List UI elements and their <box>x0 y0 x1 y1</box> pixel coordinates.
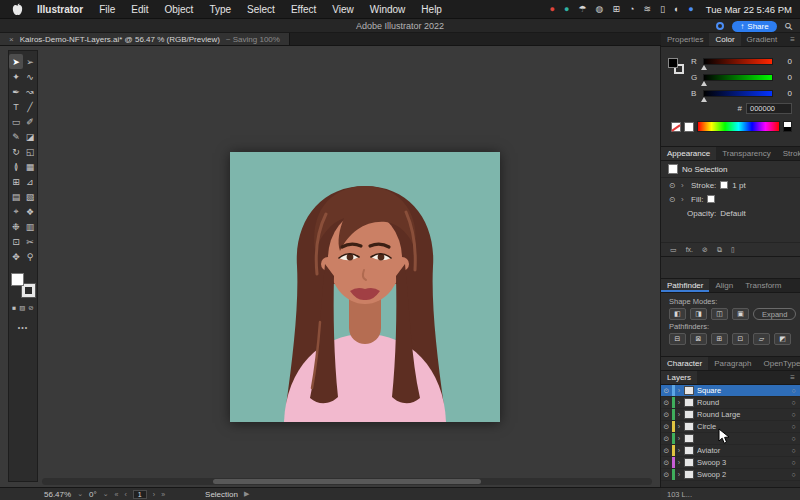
direct-selection-tool[interactable]: ➢ <box>23 54 37 69</box>
target-icon[interactable]: ○ <box>787 435 800 442</box>
menu-window[interactable]: Window <box>362 4 414 15</box>
canvas-area[interactable] <box>0 46 661 487</box>
layer-row-round-large[interactable]: ⊙›Round Large○ <box>661 409 800 421</box>
menu-object[interactable]: Object <box>156 4 201 15</box>
rotate-tool[interactable]: ↻ <box>9 144 23 159</box>
menu-type[interactable]: Type <box>201 4 239 15</box>
expand-icon[interactable]: › <box>675 399 683 406</box>
minus-front-button[interactable]: ◨ <box>690 308 707 320</box>
visibility-icon[interactable]: ⊙ <box>661 423 672 431</box>
menu-effect[interactable]: Effect <box>283 4 324 15</box>
chevron-right-icon[interactable]: › <box>681 181 687 190</box>
add-stroke-icon[interactable]: ▭ <box>670 246 677 254</box>
red-slider-thumb[interactable] <box>701 65 707 70</box>
visibility-icon[interactable]: ⊙ <box>661 435 672 443</box>
curvature-tool[interactable]: ↝ <box>23 84 37 99</box>
tab-stroke[interactable]: Stroke <box>777 147 800 160</box>
siri-icon[interactable]: ● <box>688 5 693 14</box>
none-color-swatch[interactable] <box>671 122 681 132</box>
stroke-color-swatch[interactable] <box>720 181 728 189</box>
target-icon[interactable]: ○ <box>787 399 800 406</box>
gradient-swatch-icon[interactable]: ▨ <box>19 304 25 312</box>
panel-menu-icon[interactable]: ≡ <box>785 371 800 384</box>
rotation-value[interactable]: 0° <box>89 490 97 499</box>
scrollbar-thumb[interactable] <box>213 479 481 484</box>
hex-input[interactable]: 000000 <box>746 103 792 114</box>
pen-tool[interactable]: ✒ <box>9 84 23 99</box>
rectangle-tool[interactable]: ▭ <box>9 114 23 129</box>
tab-color[interactable]: Color <box>709 33 740 46</box>
intersect-button[interactable]: ◫ <box>711 308 728 320</box>
previous-artboard-icon[interactable]: ‹ <box>124 491 126 498</box>
pencil-tool[interactable]: ✎ <box>9 129 23 144</box>
layer-row-swoop-3[interactable]: ⊙›Swoop 3○ <box>661 457 800 469</box>
blue-value[interactable]: 0 <box>778 89 792 98</box>
fill-stroke-control[interactable] <box>11 273 35 297</box>
zoom-level[interactable]: 56.47% <box>44 490 71 499</box>
visibility-icon[interactable]: ⊙ <box>661 447 672 455</box>
blue-slider[interactable] <box>703 90 773 97</box>
wifi-icon[interactable]: ≋ <box>643 5 651 14</box>
chevron-right-icon[interactable]: › <box>681 195 687 204</box>
fill-swatch[interactable] <box>11 273 24 286</box>
moon-icon[interactable]: ◔ <box>629 5 634 14</box>
width-tool[interactable]: ≬ <box>9 159 23 174</box>
color-swatch-icon[interactable]: ■ <box>12 304 16 312</box>
divide-button[interactable]: ⊟ <box>669 333 686 345</box>
close-tab-icon[interactable]: × <box>9 35 14 44</box>
visibility-icon[interactable]: ⊙ <box>668 181 677 190</box>
blue-slider-thumb[interactable] <box>701 97 707 102</box>
red-value[interactable]: 0 <box>778 57 792 66</box>
menu-app-name[interactable]: Illustrator <box>29 4 91 15</box>
first-artboard-icon[interactable]: « <box>115 491 119 498</box>
trim-button[interactable]: ⊠ <box>690 333 707 345</box>
expand-icon[interactable]: › <box>675 411 683 418</box>
battery-icon[interactable]: ▯ <box>660 5 665 14</box>
share-button[interactable]: ↑ Share <box>732 21 776 32</box>
expand-icon[interactable]: › <box>675 435 683 442</box>
stroke-attribute-row[interactable]: ⊙ › Stroke: 1 pt <box>661 178 800 192</box>
rotation-dropdown-icon[interactable]: ⌄ <box>103 490 109 498</box>
zoom-tool[interactable]: ⚲ <box>23 249 37 264</box>
expand-button[interactable]: Expand <box>753 308 796 320</box>
tab-transparency[interactable]: Transparency <box>716 147 777 160</box>
magic-wand-tool[interactable]: ✦ <box>9 69 23 84</box>
unite-button[interactable]: ◧ <box>669 308 686 320</box>
visibility-icon[interactable]: ⊙ <box>661 387 672 395</box>
last-artboard-icon[interactable]: » <box>161 491 165 498</box>
tab-properties[interactable]: Properties <box>661 33 709 46</box>
exclude-button[interactable]: ▣ <box>732 308 749 320</box>
none-swatch-icon[interactable]: ⊘ <box>28 304 33 312</box>
menu-edit[interactable]: Edit <box>123 4 156 15</box>
control-center-icon[interactable]: ◐ <box>674 5 679 14</box>
blend-tool[interactable]: ❖ <box>23 204 37 219</box>
fill-attribute-row[interactable]: ⊙ › Fill: <box>661 192 800 206</box>
duplicate-item-icon[interactable]: ⧉ <box>717 246 722 254</box>
minus-back-button[interactable]: ◩ <box>774 333 791 345</box>
slice-tool[interactable]: ✂ <box>23 234 37 249</box>
line-segment-tool[interactable]: ╱ <box>23 99 37 114</box>
apple-menu-icon[interactable] <box>12 3 23 16</box>
merge-button[interactable]: ⊞ <box>711 333 728 345</box>
crop-button[interactable]: ⊡ <box>732 333 749 345</box>
artboard-number-input[interactable]: 1 <box>133 490 147 499</box>
visibility-icon[interactable]: ⊙ <box>661 399 672 407</box>
free-transform-tool[interactable]: ▦ <box>23 159 37 174</box>
opacity-value[interactable]: Default <box>720 209 745 218</box>
menu-file[interactable]: File <box>91 4 123 15</box>
tab-appearance[interactable]: Appearance <box>661 147 716 160</box>
green-slider[interactable] <box>703 74 773 81</box>
tab-transform[interactable]: Transform <box>739 279 787 292</box>
tab-character[interactable]: Character <box>661 357 708 370</box>
app-icon-teal[interactable]: ● <box>564 5 569 14</box>
fill-mini-swatch[interactable] <box>668 58 678 68</box>
add-effect-icon[interactable]: fx. <box>686 246 693 253</box>
umbrella-icon[interactable]: ☂ <box>578 5 586 14</box>
column-graph-tool[interactable]: ▥ <box>23 219 37 234</box>
fill-color-swatch[interactable] <box>707 195 715 203</box>
outline-button[interactable]: ▱ <box>753 333 770 345</box>
layer-row-square[interactable]: ⊙›Square○ <box>661 385 800 397</box>
target-icon[interactable]: ○ <box>787 423 800 430</box>
next-artboard-icon[interactable]: › <box>153 491 155 498</box>
grid-icon[interactable]: ⊞ <box>612 5 620 14</box>
